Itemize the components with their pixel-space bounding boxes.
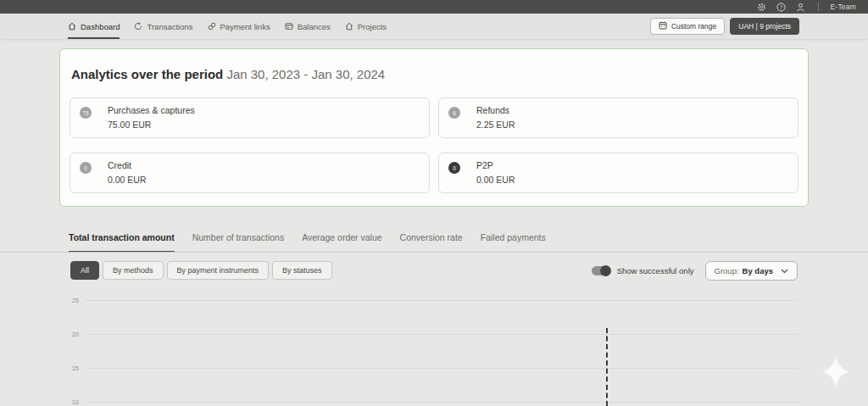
group-prefix-label: Group: — [715, 266, 739, 275]
tab-failed-payments[interactable]: Failed payments — [481, 232, 546, 253]
stat-label: Refunds — [476, 105, 515, 116]
count-badge: 75 — [80, 107, 92, 119]
topbar-divider — [818, 3, 819, 11]
stat-card-p2p[interactable]: 0 P2P 0.00 EUR — [438, 153, 798, 193]
y-axis-tick: 10 — [58, 398, 79, 406]
nav-tab-label: Transactions — [147, 22, 192, 31]
page-title: Analytics over the period Jan 30, 2023 -… — [71, 67, 385, 81]
stat-label: Purchases & captures — [108, 105, 195, 116]
tab-total-transaction-amount[interactable]: Total transaction amount — [69, 232, 175, 253]
count-badge: 0 — [80, 162, 92, 174]
stat-value: 0.00 EUR — [476, 175, 515, 185]
nav-tab-projects[interactable]: Projects — [345, 14, 387, 39]
app-window: ? E-Team Dashboard Transactions — [0, 0, 868, 406]
home-icon — [345, 22, 353, 31]
nav-tabs: Dashboard Transactions Payment links Bal… — [0, 14, 387, 39]
group-selected-value: By days — [743, 266, 773, 275]
user-icon[interactable] — [796, 2, 806, 12]
stat-value: 2.25 EUR — [476, 120, 515, 130]
toggle-switch-icon[interactable] — [592, 266, 610, 275]
y-axis-tick: 25 — [58, 297, 79, 304]
sparkle-icon[interactable] — [823, 356, 849, 391]
stats-grid: 75 Purchases & captures 75.00 EUR 6 Refu… — [70, 97, 798, 193]
nav-tab-dashboard[interactable]: Dashboard — [68, 14, 120, 39]
stat-label: P2P — [476, 160, 515, 171]
chip-by-payment-instruments[interactable]: By payment instruments — [167, 261, 270, 280]
count-badge: 0 — [448, 162, 460, 174]
metric-tabs: Total transaction amount Number of trans… — [69, 232, 546, 253]
filter-chips: All By methods By payment instruments By… — [70, 261, 332, 280]
y-axis-tick: 20 — [58, 331, 79, 338]
chart-controls: Show successful only Group: By days — [592, 261, 798, 281]
nav-tab-balances[interactable]: Balances — [285, 14, 331, 39]
stat-card-purchases[interactable]: 75 Purchases & captures 75.00 EUR — [70, 97, 430, 138]
refresh-icon — [134, 22, 142, 31]
topbar: ? E-Team — [0, 0, 868, 14]
nav-tab-transactions[interactable]: Transactions — [134, 14, 192, 39]
tab-average-order-value[interactable]: Average order value — [302, 232, 381, 253]
stat-card-credit[interactable]: 0 Credit 0.00 EUR — [70, 153, 430, 193]
show-successful-toggle[interactable]: Show successful only — [592, 266, 694, 275]
group-by-dropdown[interactable]: Group: By days — [705, 261, 798, 281]
team-name[interactable]: E-Team — [831, 3, 857, 11]
chip-all[interactable]: All — [70, 261, 99, 280]
stat-value: 0.00 EUR — [108, 175, 147, 185]
stat-label: Credit — [108, 160, 147, 171]
chart-marker-dashed-line — [606, 328, 608, 406]
main-nav: Dashboard Transactions Payment links Bal… — [0, 14, 868, 39]
stat-card-refunds[interactable]: 6 Refunds 2.25 EUR — [438, 97, 798, 138]
currency-projects-button[interactable]: UAH | 9 projects — [730, 18, 799, 35]
custom-range-button[interactable]: Custom range — [650, 18, 725, 35]
y-axis-tick: 15 — [58, 364, 79, 372]
nav-actions: Custom range UAH | 9 projects — [650, 14, 868, 39]
gridline — [85, 300, 798, 301]
gridline — [85, 334, 798, 335]
nav-tab-label: Balances — [298, 22, 331, 31]
analytics-period: Jan 30, 2023 - Jan 30, 2024 — [226, 67, 385, 81]
toggle-label: Show successful only — [617, 266, 694, 275]
analytics-summary-card: Analytics over the period Jan 30, 2023 -… — [59, 48, 809, 207]
custom-range-label: Custom range — [671, 22, 716, 31]
chip-by-statuses[interactable]: By statuses — [272, 261, 332, 280]
count-badge: 6 — [448, 107, 460, 119]
home-icon — [68, 22, 76, 31]
analytics-title: Analytics over the period — [71, 67, 223, 81]
nav-tab-payment-links[interactable]: Payment links — [208, 14, 270, 39]
gridline — [85, 402, 798, 403]
help-icon[interactable]: ? — [776, 2, 787, 12]
settings-icon[interactable] — [757, 2, 767, 12]
nav-tab-label: Projects — [358, 22, 387, 31]
chip-by-methods[interactable]: By methods — [103, 261, 164, 280]
card-icon — [285, 22, 293, 31]
tab-conversion-rate[interactable]: Conversion rate — [400, 232, 463, 253]
svg-text:?: ? — [780, 3, 783, 9]
gridline — [85, 368, 798, 369]
tab-number-of-transactions[interactable]: Number of transactions — [192, 232, 285, 253]
chevron-down-icon — [781, 269, 788, 274]
link-icon — [208, 22, 216, 31]
section-divider — [0, 252, 868, 253]
stat-value: 75.00 EUR — [108, 120, 195, 130]
nav-tab-label: Dashboard — [81, 22, 120, 31]
calendar-icon — [659, 21, 667, 31]
nav-tab-label: Payment links — [220, 22, 270, 31]
